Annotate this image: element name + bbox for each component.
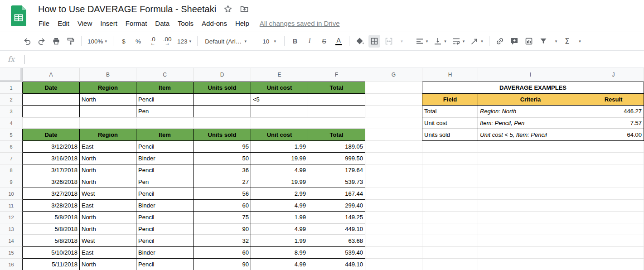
cell[interactable]: North [80,176,136,188]
menu-insert[interactable]: Insert [96,18,121,29]
cell[interactable]: 2.99 [251,188,308,200]
cell[interactable] [478,212,583,223]
cell[interactable]: Result [583,94,644,106]
menu-format[interactable]: Format [121,18,151,29]
cell[interactable] [365,82,422,94]
bold-button[interactable]: B [289,35,301,48]
cell[interactable] [422,176,478,188]
cell[interactable] [365,164,422,176]
strikethrough-button[interactable]: S [318,35,330,48]
cell[interactable]: Units sold [194,129,251,141]
cell[interactable]: 189.05 [308,141,365,153]
cell[interactable] [422,259,478,270]
font-size-select[interactable]: 10 ▾ [259,35,280,48]
cell[interactable] [365,200,422,212]
format-currency-button[interactable]: $ [118,35,130,48]
cell[interactable] [365,212,422,223]
cell[interactable] [365,223,422,235]
cell[interactable]: Region: North [478,106,583,117]
cell[interactable] [478,188,583,200]
row-number[interactable]: 2 [0,94,23,106]
cell[interactable] [422,153,478,164]
document-title[interactable]: How to Use DAVERAGE Formula - Sheetaki [38,4,216,14]
cell[interactable]: Pencil [136,212,194,223]
cell[interactable] [583,153,644,164]
cell[interactable] [23,106,80,117]
cell[interactable] [583,247,644,259]
cell[interactable]: Units sold [194,82,251,94]
cell[interactable] [23,94,80,106]
cell[interactable]: 90 [194,259,251,270]
column-header[interactable]: D [194,68,251,82]
cell[interactable] [422,164,478,176]
menu-file[interactable]: File [34,18,53,29]
menu-edit[interactable]: Edit [53,18,73,29]
cell[interactable]: 3/17/2018 [23,164,80,176]
cell[interactable]: Pencil [136,94,194,106]
cell[interactable] [365,94,422,106]
cell[interactable]: 539.73 [308,176,365,188]
cell[interactable] [365,153,422,164]
sheets-logo-icon[interactable] [11,5,26,26]
cell[interactable] [365,176,422,188]
cell[interactable]: 3/27/2018 [23,188,80,200]
cell[interactable]: Item [136,82,194,94]
cell[interactable] [478,259,583,270]
cell[interactable] [251,106,308,117]
text-color-button[interactable]: A [333,35,344,48]
menu-tools[interactable]: Tools [174,18,198,29]
cell[interactable]: 4.99 [251,164,308,176]
cell[interactable] [478,235,583,247]
cell[interactable] [478,247,583,259]
cell[interactable]: Unit cost < 5, Item: Pencil [478,129,583,141]
cell[interactable] [422,247,478,259]
cell[interactable]: 19.99 [251,176,308,188]
insert-comment-button[interactable] [508,35,520,48]
cell[interactable] [478,176,583,188]
cell[interactable] [478,164,583,176]
column-header[interactable]: B [80,68,136,82]
cell[interactable]: Pencil [136,235,194,247]
cell[interactable]: West [80,188,136,200]
row-number[interactable]: 10 [0,188,23,200]
cell[interactable]: Pencil [136,223,194,235]
column-header[interactable]: E [251,68,308,82]
cell[interactable]: 36 [194,164,251,176]
cell[interactable]: 5/11/2018 [23,259,80,270]
cell[interactable] [422,200,478,212]
cell[interactable] [478,223,583,235]
cell[interactable]: 64.00 [583,129,644,141]
cell[interactable] [583,235,644,247]
insert-link-button[interactable] [494,35,506,48]
cell[interactable]: <5 [251,94,308,106]
menu-add-ons[interactable]: Add-ons [198,18,231,29]
cell[interactable] [422,212,478,223]
row-number[interactable]: 3 [0,106,23,117]
cell[interactable]: Total [308,82,365,94]
column-header[interactable]: F [308,68,365,82]
filter-views-dropdown[interactable]: ▾ [552,35,559,48]
cell[interactable]: 95 [194,141,251,153]
undo-button[interactable] [21,35,33,48]
cell[interactable]: Pen [136,106,194,117]
row-number[interactable]: 16 [0,259,23,270]
cell[interactable] [365,141,422,153]
column-header[interactable]: J [583,68,644,82]
cell[interactable]: East [80,200,136,212]
cell[interactable]: 5/8/2018 [23,235,80,247]
cell[interactable]: Binder [136,153,194,164]
cell[interactable]: 3/12/2018 [23,141,80,153]
cell[interactable]: West [80,235,136,247]
cell[interactable]: 449.10 [308,259,365,270]
menu-view[interactable]: View [73,18,96,29]
column-header[interactable]: I [478,68,583,82]
functions-button[interactable]: Σ [561,35,573,48]
cell[interactable]: 56 [194,188,251,200]
cell[interactable]: Binder [136,200,194,212]
cell[interactable]: 75 [194,212,251,223]
cell[interactable] [365,259,422,270]
cell[interactable]: Pencil [136,259,194,270]
zoom-select[interactable]: 100% ▾ [86,35,108,48]
italic-button[interactable]: I [304,35,315,48]
cell[interactable]: Criteria [478,94,583,106]
